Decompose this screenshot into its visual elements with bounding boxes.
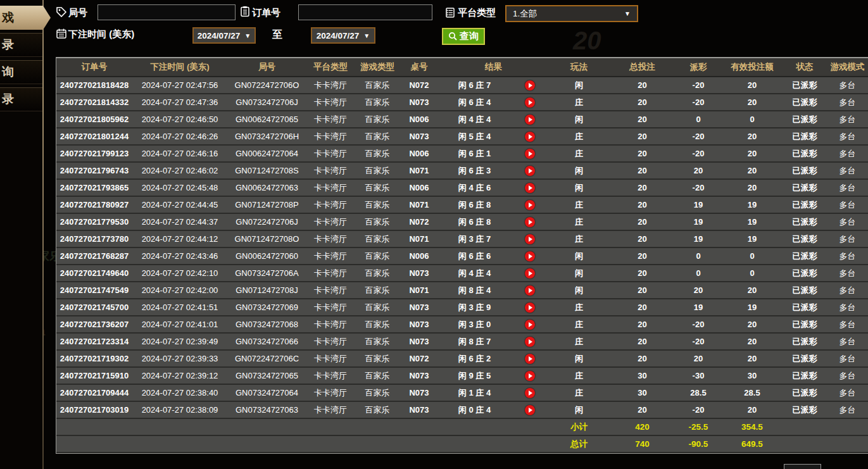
subtotal-row: 小计 420 -25.5 354.5: [56, 418, 868, 435]
replay-video-icon[interactable]: [525, 251, 535, 261]
replay-cell: [511, 265, 549, 282]
game-type: 百家乐: [355, 299, 400, 316]
game-mode: 多台: [826, 350, 868, 367]
payout: 20: [676, 350, 721, 367]
replay-video-icon[interactable]: [525, 234, 535, 244]
bet-time: 2024-07-27 02:38:40: [132, 384, 227, 401]
game-mode: 多台: [826, 128, 868, 145]
play-type: 庄: [549, 94, 609, 111]
table-row: 2407270218059622024-07-27 02:46:50GN0062…: [56, 111, 868, 128]
game-number: GN0722472706O: [227, 77, 306, 94]
order-number: 240727021709444: [56, 384, 132, 401]
replay-video-icon[interactable]: [525, 183, 535, 193]
bet-time: 2024-07-27 02:39:12: [132, 367, 227, 384]
replay-cell: [511, 230, 549, 247]
table-number: N073: [400, 265, 438, 282]
replay-video-icon[interactable]: [525, 166, 535, 176]
replay-cell: [511, 196, 549, 213]
play-type: 庄: [549, 333, 609, 350]
platform-type: 卡卡湾厅: [306, 196, 355, 213]
total-bet: 20: [609, 162, 676, 179]
table-row: 2407270217496402024-07-27 02:42:10GN0732…: [56, 265, 868, 282]
order-number: 240727021745700: [56, 299, 132, 316]
sidebar-tab-record-1[interactable]: 录: [0, 33, 43, 57]
subtotal-payout: -25.5: [676, 418, 721, 435]
sidebar-tab-record-2[interactable]: 录: [0, 87, 43, 111]
total-bet: 20: [609, 333, 676, 350]
total-bet: 20: [609, 179, 676, 196]
replay-video-icon[interactable]: [525, 149, 535, 159]
replay-video-icon[interactable]: [525, 388, 535, 398]
replay-video-icon[interactable]: [525, 371, 535, 381]
valid-bet: 0: [721, 111, 783, 128]
game-number: GN07324727068: [227, 316, 306, 333]
replay-video-icon[interactable]: [525, 132, 535, 142]
replay-video-icon[interactable]: [525, 285, 535, 296]
result: 闲 1 庄 4: [438, 384, 511, 401]
replay-video-icon[interactable]: [525, 97, 535, 108]
replay-video-icon[interactable]: [525, 405, 535, 415]
platform-type: 卡卡湾厅: [306, 247, 355, 265]
platform-list-icon: [444, 7, 456, 18]
bet-time: 2024-07-27 02:42:00: [132, 282, 227, 299]
sidebar-tab-game[interactable]: 戏: [0, 6, 51, 30]
payout: -20: [676, 401, 721, 418]
game-number: GN07324727065: [227, 367, 306, 384]
order-no-input[interactable]: [298, 4, 432, 20]
tag-icon: [56, 6, 67, 18]
sidebar-tab-query[interactable]: 询: [0, 60, 43, 84]
replay-video-icon[interactable]: [525, 115, 535, 125]
replay-video-icon[interactable]: [525, 303, 535, 313]
chevron-down-icon: ▼: [244, 32, 251, 39]
payout: 19: [676, 213, 721, 230]
pagination-button-partial[interactable]: [784, 464, 821, 469]
game-mode: 多台: [826, 196, 868, 213]
play-type: 闲: [549, 179, 609, 196]
replay-video-icon[interactable]: [525, 217, 535, 227]
payout: 19: [676, 299, 721, 316]
valid-bet: 28.5: [721, 384, 783, 401]
replay-video-icon[interactable]: [525, 337, 535, 347]
chevron-down-icon: ▼: [624, 10, 631, 17]
table-row: 2407270217938652024-07-27 02:45:48GN0062…: [56, 179, 868, 196]
table-header-row: 订单号 下注时间 (美东) 局号 平台类型 游戏类型 桌号 结果 玩法 总投注 …: [56, 58, 868, 77]
replay-video-icon[interactable]: [525, 354, 535, 364]
play-type: 闲: [549, 401, 609, 418]
table-row: 2407270218184282024-07-27 02:47:56GN0722…: [56, 77, 868, 94]
date-from-picker[interactable]: 2024/07/27 ▼: [192, 27, 256, 44]
replay-cell: [511, 77, 549, 94]
platform-type: 卡卡湾厅: [306, 384, 355, 401]
result: 闲 6 庄 4: [438, 94, 511, 111]
status: 已派彩: [783, 333, 826, 350]
status: 已派彩: [783, 299, 826, 316]
total-bet: 20: [609, 247, 676, 265]
col-play-type: 玩法: [549, 58, 609, 77]
order-number: 240727021715910: [56, 367, 132, 384]
replay-video-icon[interactable]: [525, 200, 535, 210]
game-no-input[interactable]: [97, 4, 236, 20]
game-number: GN0732472706J: [227, 94, 306, 111]
status: 已派彩: [783, 179, 826, 196]
result: 闲 9 庄 5: [438, 367, 511, 384]
game-type: 百家乐: [355, 196, 400, 213]
status: 已派彩: [783, 282, 826, 299]
replay-video-icon[interactable]: [525, 320, 535, 330]
query-button-label: 查询: [460, 30, 479, 42]
replay-video-icon[interactable]: [525, 268, 535, 278]
order-number: 240727021747549: [56, 282, 132, 299]
game-number: GN00624727060: [227, 247, 306, 265]
platform-type-select[interactable]: 1.全部 ▼: [505, 5, 638, 22]
valid-bet: 20: [721, 94, 783, 111]
payout: 19: [676, 196, 721, 213]
query-button[interactable]: 查询: [442, 28, 485, 45]
total-total-bet: 740: [609, 435, 676, 453]
status: 已派彩: [783, 316, 826, 333]
total-bet: 20: [609, 401, 676, 418]
date-to-picker[interactable]: 2024/07/27 ▼: [311, 27, 375, 44]
payout: -20: [676, 316, 721, 333]
bet-time: 2024-07-27 02:41:51: [132, 299, 227, 316]
play-type: 闲: [549, 350, 609, 367]
table-number: N073: [400, 299, 438, 316]
replay-video-icon[interactable]: [525, 80, 535, 91]
bet-time: 2024-07-27 02:39:49: [132, 333, 227, 350]
